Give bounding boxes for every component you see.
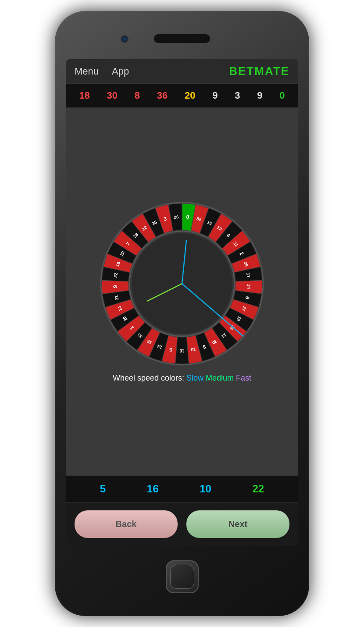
svg-text:34: 34 xyxy=(246,284,251,289)
recent-numbers-bar: 1830836209390 xyxy=(66,83,298,108)
recent-number: 30 xyxy=(107,90,118,101)
recent-number: 9 xyxy=(257,90,262,101)
nav-bar: Menu App BETMATE xyxy=(66,59,298,83)
camera-icon xyxy=(121,35,128,43)
svg-text:23: 23 xyxy=(190,347,196,353)
phone-screen: Menu App BETMATE 1830836209390 032151942… xyxy=(66,59,298,546)
menu-button[interactable]: Menu xyxy=(75,66,99,77)
speaker-icon xyxy=(153,34,211,43)
roulette-wheel: 0321519421225173462713361130823105241633… xyxy=(99,200,265,367)
action-buttons: Back Next xyxy=(66,502,298,546)
home-button[interactable] xyxy=(166,560,199,593)
phone-device: Menu App BETMATE 1830836209390 032151942… xyxy=(55,11,309,616)
svg-text:22: 22 xyxy=(113,272,118,278)
recent-number: 8 xyxy=(135,90,140,101)
predicted-number: 16 xyxy=(147,483,159,495)
recent-number: 0 xyxy=(279,90,285,101)
recent-number: 36 xyxy=(157,90,168,101)
recent-number: 18 xyxy=(79,90,89,101)
roulette-area: 0321519421225173462713361130823105241633… xyxy=(66,108,298,475)
svg-text:26: 26 xyxy=(174,214,179,220)
home-button-inner xyxy=(170,565,194,589)
brand-logo: BETMATE xyxy=(229,64,289,78)
svg-text:17: 17 xyxy=(246,272,251,278)
predicted-number: 10 xyxy=(200,483,211,495)
svg-text:10: 10 xyxy=(179,348,185,353)
predicted-numbers-bar: 5161022 xyxy=(66,475,298,502)
recent-number: 3 xyxy=(235,90,240,101)
recent-number: 9 xyxy=(212,90,218,101)
back-button[interactable]: Back xyxy=(75,510,178,538)
recent-number: 20 xyxy=(185,90,195,101)
phone-bottom xyxy=(166,546,199,607)
predicted-number: 22 xyxy=(252,483,264,495)
svg-text:9: 9 xyxy=(112,285,118,289)
app-button[interactable]: App xyxy=(112,66,129,77)
speed-colors-text: Wheel speed colors: Slow Medium Fast xyxy=(113,374,251,383)
predicted-number: 5 xyxy=(100,483,106,495)
next-button[interactable]: Next xyxy=(186,510,289,538)
phone-top-bar xyxy=(64,20,300,59)
